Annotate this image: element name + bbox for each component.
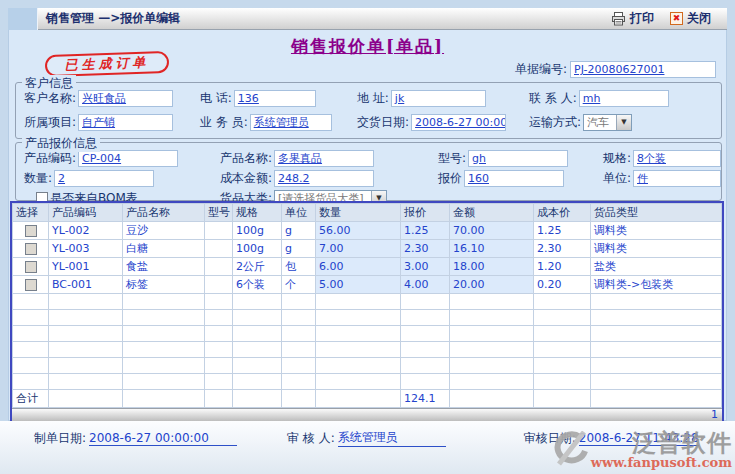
empty-row (13, 310, 722, 326)
cell-select (13, 258, 49, 276)
empty-cell (13, 294, 49, 310)
phone-field[interactable]: 136 (234, 90, 316, 107)
delivery-date-field[interactable]: 2008-6-27 00:00 (411, 114, 506, 131)
phone-label: 电 话: (200, 90, 232, 107)
cell-cost: 1.25 (534, 222, 591, 240)
cell-price: 4.00 (401, 276, 450, 294)
product-name-label: 产品名称: (220, 150, 272, 167)
col-unit: 单位 (282, 204, 316, 222)
cell-model (205, 276, 233, 294)
cell-price: 3.00 (401, 258, 450, 276)
col-qty: 数量 (316, 204, 401, 222)
salesman-value: 系统管理员 (254, 116, 309, 129)
cell-qty: 56.00 (316, 222, 401, 240)
row-checkbox[interactable] (25, 279, 37, 291)
cell-name: 标签 (123, 276, 205, 294)
unit-field[interactable]: 件 (633, 170, 721, 187)
salesman-field[interactable]: 系统管理员 (250, 114, 332, 131)
table-row: YL-003 白糖 100g g 7.00 2.30 16.10 2.30 调料… (13, 240, 722, 258)
cell-code: YL-001 (49, 258, 123, 276)
customer-name-label: 客户名称: (24, 90, 76, 107)
total-row: 合计 124.1 (13, 390, 722, 408)
empty-row (13, 294, 722, 310)
doc-no-field[interactable]: PJ-20080627001 (570, 61, 716, 78)
salesman-label: 业 务 员: (200, 114, 248, 131)
unit-label: 单位: (603, 170, 631, 187)
cell-unit: 包 (282, 258, 316, 276)
cell-code: BC-001 (49, 276, 123, 294)
empty-row (13, 358, 722, 374)
empty-cell (13, 310, 49, 326)
cell-qty: 6.00 (316, 258, 401, 276)
col-cost: 成本价 (534, 204, 591, 222)
titlebar: 销售管理 —>报价单编辑 打印 ✖ 关闭 (8, 8, 727, 30)
spec-label: 规格: (603, 150, 631, 167)
auditor-value: 系统管理员 (338, 429, 446, 447)
watermark-name: 泛普软件 (632, 431, 732, 455)
print-button[interactable]: 打印 (611, 10, 654, 27)
product-name-value: 多果真品 (278, 152, 322, 165)
product-code-field[interactable]: CP-004 (78, 150, 178, 167)
project-label: 所属项目: (24, 114, 76, 131)
fanpu-logo-icon (549, 431, 589, 467)
cell-code: YL-003 (49, 240, 123, 258)
project-field[interactable]: 自产销 (78, 114, 173, 131)
model-field[interactable]: gh (468, 150, 568, 167)
address-field[interactable]: jk (391, 90, 486, 107)
empty-row (13, 326, 722, 342)
quantity-value: 2 (58, 172, 65, 185)
cell-model (205, 240, 233, 258)
transport-select[interactable]: 汽车 ▼ (583, 114, 632, 131)
cell-select (13, 222, 49, 240)
empty-cell (13, 342, 49, 358)
chevron-down-icon[interactable]: ▼ (616, 115, 631, 130)
quantity-label: 数量: (24, 170, 52, 187)
table-row: YL-001 食盐 2公斤 包 6.00 3.00 18.00 1.20 盐类 (13, 258, 722, 276)
empty-row (13, 342, 722, 358)
cost-amount-value: 248.2 (278, 172, 310, 185)
cell-amount: 20.00 (450, 276, 534, 294)
window-corner-tab (8, 8, 38, 30)
cell-name: 白糖 (123, 240, 205, 258)
empty-cell (13, 374, 49, 390)
table-pager-bar[interactable]: 1 (12, 408, 722, 421)
cell-amount: 70.00 (450, 222, 534, 240)
close-button[interactable]: ✖ 关闭 (670, 10, 711, 27)
cell-unit: 个 (282, 276, 316, 294)
address-value: jk (395, 92, 404, 105)
made-date-value: 2008-6-27 00:00:00 (89, 431, 237, 446)
cell-spec: 100g (233, 240, 282, 258)
col-spec: 规格 (233, 204, 282, 222)
quote-price-value: 160 (468, 172, 489, 185)
product-name-field[interactable]: 多果真品 (274, 150, 374, 167)
table-row: YL-002 豆沙 100g g 56.00 1.25 70.00 1.25 调… (13, 222, 722, 240)
auditor-label: 审 核 人: (287, 430, 335, 447)
empty-row (13, 374, 722, 390)
row-checkbox[interactable] (25, 225, 37, 237)
cell-price: 2.30 (401, 240, 450, 258)
contact-field[interactable]: mh (579, 90, 669, 107)
row-checkbox[interactable] (25, 261, 37, 273)
cell-amount: 16.10 (450, 240, 534, 258)
col-price: 报价 (401, 204, 450, 222)
spec-field[interactable]: 8个装 (633, 150, 721, 167)
customer-name-field[interactable]: 兴旺食品 (78, 90, 173, 107)
quantity-field[interactable]: 2 (54, 170, 154, 187)
quote-price-field[interactable]: 160 (464, 170, 564, 187)
cell-price: 1.25 (401, 222, 450, 240)
cell-type: 盐类 (591, 258, 722, 276)
close-label: 关闭 (687, 10, 711, 27)
col-model: 型号 (205, 204, 233, 222)
empty-cell (13, 326, 49, 342)
cell-unit: g (282, 222, 316, 240)
cell-cost: 1.20 (534, 258, 591, 276)
contact-value: mh (583, 92, 601, 105)
cell-type: 调料类->包装类 (591, 276, 722, 294)
cost-amount-field[interactable]: 248.2 (274, 170, 374, 187)
watermark: 泛普软件 www.fanpusoft.com (549, 431, 732, 470)
model-label: 型号: (438, 150, 466, 167)
row-checkbox[interactable] (25, 243, 37, 255)
cell-amount: 18.00 (450, 258, 534, 276)
order-generated-stamp: 已生成订单 (45, 51, 170, 77)
product-code-label: 产品编码: (24, 150, 76, 167)
